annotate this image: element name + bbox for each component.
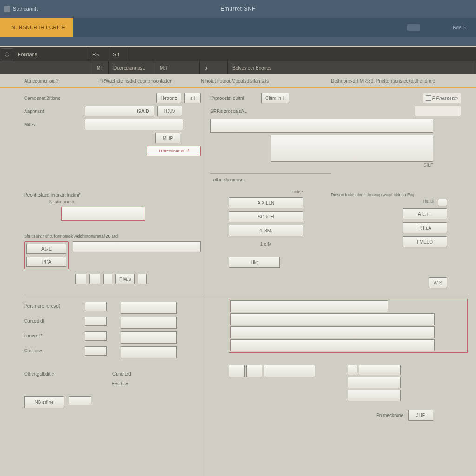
btn-hetront[interactable]: Hetront: <box>156 93 181 103</box>
section-sub-left: Nnatimoineck. <box>24 199 201 204</box>
crumb-3[interactable]: NIhotut hoorouMocatsdtsifams:fs <box>201 79 331 84</box>
bar-1[interactable] <box>230 313 435 325</box>
app-icon <box>4 6 10 12</box>
chip-hs: Hs. Bl <box>423 199 434 206</box>
crumb-4[interactable]: Dethnone-diil MR:30. Priettorrtjons.cexa… <box>331 79 452 84</box>
subnav-c2[interactable]: Doerediannast: <box>109 61 155 74</box>
input-row-a[interactable] <box>73 241 201 252</box>
bot-lbl-1: Carited df <box>24 317 85 324</box>
ribbon-bar: M. HSNURTH LCRITE Rae S <box>0 18 476 37</box>
window-title: Emurret SNF <box>220 6 256 12</box>
app-name: Sathaannft <box>13 6 38 12</box>
mini-2[interactable] <box>89 274 100 284</box>
stkR-2[interactable]: P.T.i.A <box>403 222 447 233</box>
label-amount: Aapnnunt <box>24 109 85 114</box>
label-consent: Cemosnet 2itions <box>24 96 85 101</box>
stk-b[interactable]: Hk; <box>229 257 280 268</box>
chip-ale[interactable]: AL-E <box>26 244 66 254</box>
bar-0[interactable] <box>230 300 388 312</box>
stk-4: 1 c.M <box>229 239 303 249</box>
bar-2[interactable] <box>230 326 435 338</box>
rb-a1[interactable] <box>246 365 262 377</box>
nav-item-3[interactable]: Sif <box>109 47 130 61</box>
bot-b3[interactable] <box>121 346 177 358</box>
stk-1[interactable]: A XILLN <box>229 197 303 208</box>
breadcrumb: Attnecomer ou:? PRWachete hsdrd doonorro… <box>0 74 476 88</box>
ribbon-thumb-icon[interactable] <box>407 24 420 31</box>
bot-b1[interactable] <box>121 317 177 329</box>
title-bar: Sathaannft Emurret SNF <box>0 0 476 18</box>
chip-ws[interactable]: W S <box>429 277 447 288</box>
rb-m1[interactable] <box>359 365 401 375</box>
btn-nb[interactable]: NB srfine <box>24 396 64 408</box>
mini-4[interactable] <box>138 274 147 284</box>
mini-r[interactable] <box>438 199 447 206</box>
chip-ai[interactable]: a·i <box>184 93 201 103</box>
textarea-big[interactable] <box>271 135 433 162</box>
label-rt1: I/hproosist dultni <box>210 96 261 101</box>
rb-m2[interactable] <box>348 377 401 388</box>
input-big-1[interactable] <box>210 119 433 133</box>
bot-a0[interactable] <box>85 302 107 311</box>
bot-b0[interactable] <box>121 302 177 314</box>
nav-item-2[interactable]: FS <box>88 47 109 61</box>
rb-a0[interactable] <box>229 365 245 377</box>
nav-item-main[interactable]: Eolidana <box>14 47 88 61</box>
rt-footer: SILF <box>423 163 433 168</box>
btn-mhp[interactable]: MHP <box>155 133 180 143</box>
bot-lbl-2: itunerntl* <box>24 331 85 338</box>
active-tab-label: M. HSNURTH LCRITE <box>11 25 65 30</box>
sub-nav: MT Doerediannast: M:T b Belves eer Bnone… <box>0 61 476 74</box>
label-rt2: SRP.s zroscaisAL <box>210 109 261 114</box>
warn-chip: H srcounar301.f <box>147 146 201 156</box>
rb-a2[interactable] <box>264 365 315 377</box>
nav-home-icon[interactable] <box>1 48 13 60</box>
bot-a2[interactable] <box>85 331 107 341</box>
bot-a3[interactable] <box>85 346 107 356</box>
bot-b2[interactable] <box>121 331 177 344</box>
rb-m0[interactable] <box>348 365 357 375</box>
subnav-c5[interactable]: Belves eer Bnones <box>228 61 476 74</box>
btn-cittm[interactable]: Cittm in l· <box>261 93 289 103</box>
stk-3[interactable]: 4. 3M. <box>229 225 303 236</box>
bot-a1[interactable] <box>85 317 107 326</box>
bot-b6[interactable] <box>145 379 201 393</box>
btn-hjiv[interactable]: HJ.IV <box>157 106 182 116</box>
rb-m3[interactable] <box>348 390 401 401</box>
chip-rt2[interactable] <box>415 106 461 116</box>
btn-plvus[interactable]: Plvus <box>115 274 135 284</box>
subnav-c3[interactable]: M:T <box>155 61 200 74</box>
input-redline[interactable] <box>61 207 145 221</box>
bot-lbl-5: Offiertgalbditle <box>24 370 85 377</box>
mini-1[interactable] <box>75 274 86 284</box>
input-amount[interactable]: ISAID <box>85 106 154 116</box>
bot-a7[interactable] <box>69 396 91 405</box>
bot-lbl-3: Crsitince <box>24 346 85 353</box>
stackR2-title: Dieson todie: dimnitheonrip wiorit iditr… <box>331 192 447 197</box>
stk-2[interactable]: SG k tH <box>229 211 303 222</box>
ribbon-gutter <box>0 37 476 46</box>
chip-pness[interactable]: F Pnessestn <box>423 93 461 103</box>
nav-strip: Eolidana FS Sif <box>0 47 476 61</box>
form-area: Cemosnet 2itions Hetront: a·i Aapnnunt I… <box>0 88 476 425</box>
crumb-2[interactable]: PRWachete hsdrd doonorroonladen <box>99 79 201 84</box>
mini-3[interactable] <box>103 274 112 284</box>
bar-3[interactable] <box>230 339 435 351</box>
bot-lbl-6: Fecrtice <box>112 379 128 386</box>
fieldset-legend: Diktnethorttensntt <box>210 178 249 182</box>
bot-lbl-0: Persmarenoresd) <box>24 302 85 309</box>
subnav-c4[interactable]: b <box>200 61 228 74</box>
subnav-c1[interactable]: MT <box>92 61 109 74</box>
ribbon-right-text: Rae S <box>453 25 466 30</box>
section-title-left: Peontitslacdlicrtinan fnctini* <box>24 192 201 198</box>
chip-pia[interactable]: PI 'A <box>26 257 66 267</box>
crumb-1[interactable]: Attnecomer ou:? <box>24 79 99 84</box>
btn-jhe[interactable]: JHE <box>408 410 433 421</box>
section-footnote: Sfs tisenor ufitr. formoteek welchuronur… <box>24 234 201 238</box>
input-mifes[interactable] <box>85 119 183 130</box>
subnav-spacer <box>0 61 92 74</box>
stkR-3[interactable]: f MELO <box>403 236 447 247</box>
stk-lbl-0: Totinj* <box>229 190 303 194</box>
active-tab[interactable]: M. HSNURTH LCRITE <box>3 18 73 37</box>
stkR-1[interactable]: A L. iit. <box>403 208 447 219</box>
